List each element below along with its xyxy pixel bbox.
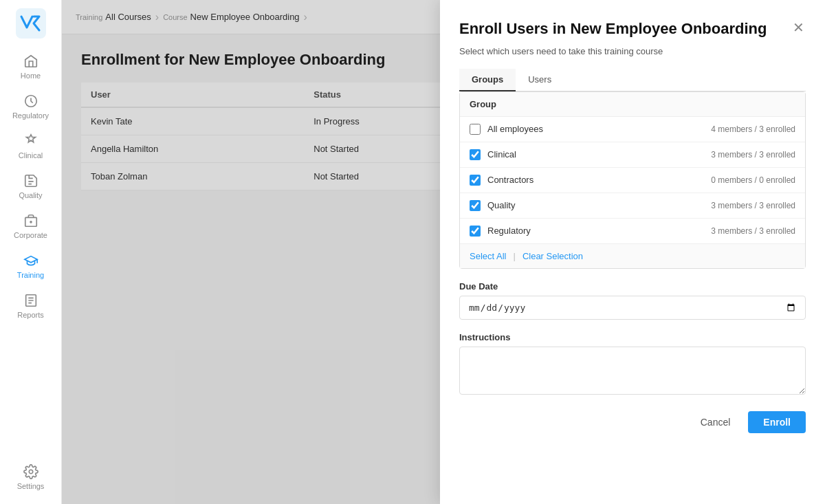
footer-sep: | [513,251,515,261]
select-all-button[interactable]: Select All [470,251,506,261]
group-name-clinical: Clinical [487,149,704,160]
due-date-input[interactable] [459,296,806,320]
sidebar-item-home-label: Home [21,72,41,80]
instructions-label: Instructions [459,332,806,342]
group-info-regulatory: 3 members / 3 enrolled [711,226,795,236]
group-row: Regulatory 3 members / 3 enrolled [460,219,805,243]
modal-subtitle: Select which users need to take this tra… [459,46,806,56]
sidebar-item-reports[interactable]: Reports [0,286,61,326]
group-info-clinical: 3 members / 3 enrolled [711,150,795,160]
group-row: Clinical 3 members / 3 enrolled [460,142,805,168]
sidebar-item-regulatory-label: Regulatory [12,111,49,120]
modal-title: Enroll Users in New Employee Onboarding [459,19,783,39]
sidebar-item-corporate-label: Corporate [14,231,47,239]
sidebar-item-corporate[interactable]: Corporate [0,206,61,246]
modal-tabs: Groups Users [459,69,806,91]
sidebar-item-regulatory[interactable]: Regulatory [0,87,61,127]
group-checkbox-regulatory[interactable] [470,226,481,237]
sidebar-item-settings[interactable]: Settings [0,457,61,497]
tab-users[interactable]: Users [516,69,564,91]
group-col-label: Group [470,99,496,109]
sidebar-item-clinical[interactable]: Clinical [0,127,61,166]
modal-footer: Cancel Enroll [459,411,806,433]
modal-header: Enroll Users in New Employee Onboarding … [459,19,806,39]
sidebar-item-reports-label: Reports [17,311,44,319]
sidebar-item-quality-label: Quality [19,191,42,199]
group-name-quality: Quality [487,200,704,210]
due-date-label: Due Date [459,281,806,292]
group-info-quality: 3 members / 3 enrolled [711,201,795,210]
groups-footer: Select All | Clear Selection [460,243,805,268]
groups-list: All employees 4 members / 3 enrolled Cli… [460,117,805,243]
sidebar-item-training[interactable]: Training [0,246,61,286]
group-row: All employees 4 members / 3 enrolled [460,117,805,142]
group-checkbox-all-employees[interactable] [470,124,481,135]
sidebar-item-quality[interactable]: Quality [0,166,61,206]
modal-overlay: Enroll Users in New Employee Onboarding … [62,0,825,504]
sidebar: Home Regulatory Clinical Quality Corpora… [0,0,62,504]
sidebar-item-home[interactable]: Home [0,47,61,87]
groups-container: Group All employees 4 members / 3 enroll… [459,91,806,269]
group-checkbox-clinical[interactable] [470,149,481,160]
svg-point-6 [29,470,33,474]
group-row: Contractors 0 members / 0 enrolled [460,168,805,193]
sidebar-item-training-label: Training [17,271,44,279]
instructions-textarea[interactable] [459,347,806,395]
groups-header: Group [460,92,805,117]
clear-selection-button[interactable]: Clear Selection [522,251,583,261]
group-info-all-employees: 4 members / 3 enrolled [711,124,795,134]
svg-rect-0 [16,8,46,39]
group-row: Quality 3 members / 3 enrolled [460,193,805,219]
group-name-contractors: Contractors [487,175,704,185]
enroll-button[interactable]: Enroll [748,411,806,433]
main-area: Training All Courses › Course New Employ… [62,0,825,504]
group-info-contractors: 0 members / 0 enrolled [711,175,795,185]
sidebar-settings-label: Settings [17,482,45,490]
sidebar-item-clinical-label: Clinical [19,151,43,160]
group-name-regulatory: Regulatory [487,226,704,236]
tab-groups[interactable]: Groups [459,69,516,91]
cancel-button[interactable]: Cancel [690,411,742,433]
app-logo [14,7,47,40]
group-checkbox-quality[interactable] [470,200,481,211]
group-checkbox-contractors[interactable] [470,175,481,186]
group-name-all-employees: All employees [487,124,704,134]
enroll-modal: Enroll Users in New Employee Onboarding … [440,0,825,504]
modal-close-button[interactable]: ✕ [791,19,806,36]
